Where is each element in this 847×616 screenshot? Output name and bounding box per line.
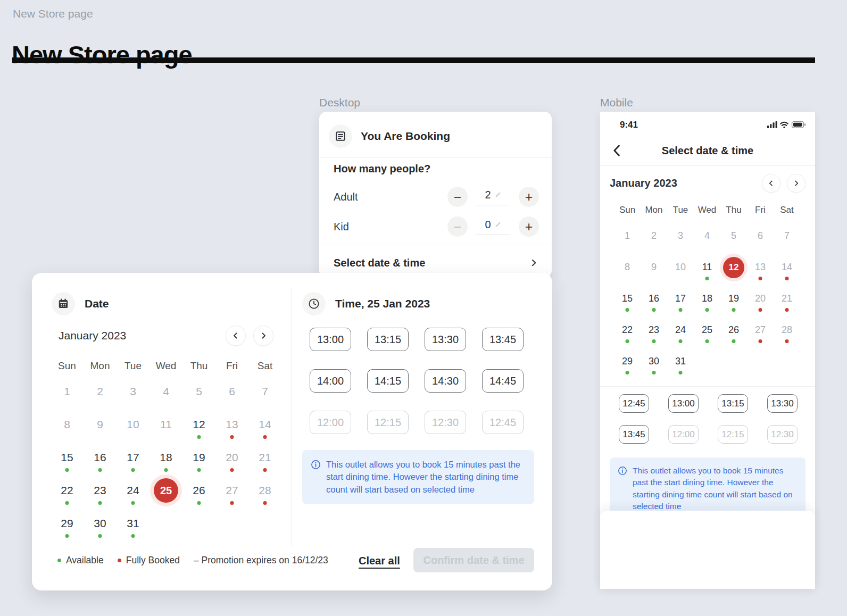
- time-slot-14:30[interactable]: 14:30: [425, 369, 466, 393]
- calendar-day-19[interactable]: 19: [182, 441, 215, 474]
- calendar-day-17[interactable]: 17: [117, 441, 150, 474]
- day-number: 8: [64, 418, 70, 431]
- calendar-day-15[interactable]: 15: [614, 283, 641, 314]
- clear-all-link[interactable]: Clear all: [359, 555, 400, 567]
- calendar-day-23[interactable]: 23: [641, 314, 667, 346]
- time-slot-13:30[interactable]: 13:30: [425, 328, 466, 351]
- booked-dot: [230, 435, 234, 439]
- divider: [600, 165, 815, 166]
- edit-pencil-icon: [494, 191, 502, 198]
- wifi-icon: [780, 122, 788, 128]
- booking-card: You Are Booking How many people? Adult −…: [319, 112, 552, 278]
- status-icons: [767, 121, 807, 131]
- day-number: 29: [622, 356, 633, 367]
- calendar-day-24[interactable]: 24: [667, 314, 694, 346]
- next-month-button[interactable]: [787, 174, 806, 193]
- time-slot-12:45[interactable]: 12:45: [619, 394, 649, 413]
- weekday-label: Mon: [84, 358, 117, 374]
- available-dot: [626, 339, 629, 343]
- time-slot-14:45[interactable]: 14:45: [482, 369, 524, 393]
- chevron-right-icon: [793, 180, 800, 187]
- next-month-button[interactable]: [253, 326, 273, 346]
- day-number: 5: [731, 230, 736, 242]
- calendar-day-24[interactable]: 24: [117, 474, 150, 507]
- calendar-day-22[interactable]: 22: [614, 314, 641, 346]
- calendar-day-11[interactable]: 11: [694, 252, 720, 283]
- adult-count-value: 2: [485, 189, 491, 201]
- clock-icon: [302, 292, 326, 315]
- time-panel-title: Time, 25 Jan 2023: [335, 297, 430, 310]
- calendar-day-14: 14: [774, 252, 800, 283]
- calendar-day-15[interactable]: 15: [51, 441, 84, 474]
- time-slot-13:00[interactable]: 13:00: [310, 328, 351, 351]
- calendar-day-16[interactable]: 16: [84, 441, 117, 474]
- calendar-day-19[interactable]: 19: [720, 283, 747, 314]
- calendar-day-23[interactable]: 23: [84, 474, 117, 507]
- calendar-day-29[interactable]: 29: [614, 346, 641, 377]
- calendar-day-26[interactable]: 26: [720, 314, 747, 346]
- calendar-day-22[interactable]: 22: [51, 474, 84, 507]
- time-slot-13:30[interactable]: 13:30: [767, 394, 798, 413]
- time-slot-13:45[interactable]: 13:45: [619, 425, 649, 444]
- available-dot: [65, 501, 69, 505]
- calendar-day-30[interactable]: 30: [84, 507, 117, 540]
- prev-month-button[interactable]: [226, 326, 246, 346]
- calendar-day-26[interactable]: 26: [182, 474, 215, 507]
- day-number: 16: [649, 293, 659, 304]
- available-dot: [98, 501, 102, 505]
- time-slot-13:00[interactable]: 13:00: [668, 394, 699, 413]
- calendar-day-18[interactable]: 18: [150, 441, 182, 474]
- calendar-day-30[interactable]: 30: [641, 346, 667, 377]
- select-date-time-row[interactable]: Select date & time: [334, 251, 538, 274]
- calendar-day-27: 27: [215, 474, 248, 507]
- time-slot-14:00[interactable]: 14:00: [310, 369, 351, 393]
- prev-month-button[interactable]: [762, 174, 780, 193]
- day-number: 20: [755, 293, 766, 304]
- available-dot: [705, 277, 709, 280]
- time-slot-13:15[interactable]: 13:15: [718, 394, 748, 413]
- adult-minus-button[interactable]: −: [447, 187, 468, 207]
- time-slot-12:15: 12:15: [367, 411, 409, 434]
- booked-dot: [230, 501, 234, 505]
- time-slot-13:45[interactable]: 13:45: [482, 328, 524, 351]
- day-number: 14: [259, 418, 271, 431]
- status-time: 9:41: [620, 120, 638, 130]
- kid-count-field[interactable]: 0: [476, 219, 510, 235]
- booked-dot: [785, 339, 789, 343]
- adult-plus-button[interactable]: +: [519, 187, 539, 207]
- calendar-day-6: 6: [747, 220, 774, 252]
- calendar-day-6: 6: [215, 375, 248, 408]
- available-dot: [652, 339, 656, 343]
- day-number: 1: [64, 385, 70, 398]
- day-number: 25: [154, 478, 178, 503]
- day-number: 11: [702, 262, 712, 273]
- calendar-day-25[interactable]: 25: [150, 474, 182, 507]
- day-number: 23: [649, 324, 659, 336]
- calendar-day-12[interactable]: 12: [182, 408, 215, 441]
- desktop-section-label: Desktop: [319, 96, 360, 109]
- calendar-day-25[interactable]: 25: [694, 314, 720, 346]
- calendar-day-18[interactable]: 18: [694, 283, 720, 314]
- signal-icon: [767, 121, 777, 128]
- calendar-day-31[interactable]: 31: [667, 346, 694, 377]
- calendar-day-16[interactable]: 16: [641, 283, 667, 314]
- booking-info-text: This outlet allows you to book 15 minute…: [633, 465, 798, 513]
- calendar-day-5: 5: [720, 220, 747, 252]
- calendar-day-31[interactable]: 31: [117, 507, 150, 540]
- adult-count-field[interactable]: 2: [476, 189, 510, 205]
- available-dot: [652, 371, 656, 374]
- kid-plus-button[interactable]: +: [519, 217, 539, 237]
- calendar-day-29[interactable]: 29: [51, 507, 84, 540]
- time-slot-14:15[interactable]: 14:15: [367, 369, 409, 393]
- day-number: 28: [782, 324, 792, 336]
- calendar-day-12[interactable]: 12: [720, 252, 747, 283]
- time-slot-13:15[interactable]: 13:15: [367, 328, 409, 351]
- day-number: 19: [193, 451, 205, 464]
- kid-minus-button[interactable]: −: [447, 217, 468, 237]
- confirm-date-time-button[interactable]: Confirm date & time: [413, 548, 534, 572]
- chevron-left-icon: [232, 332, 239, 339]
- calendar-day-17[interactable]: 17: [667, 283, 694, 314]
- booked-dot: [759, 339, 762, 343]
- calendar-day-8: 8: [614, 252, 641, 283]
- legend-available-label: Available: [66, 555, 104, 566]
